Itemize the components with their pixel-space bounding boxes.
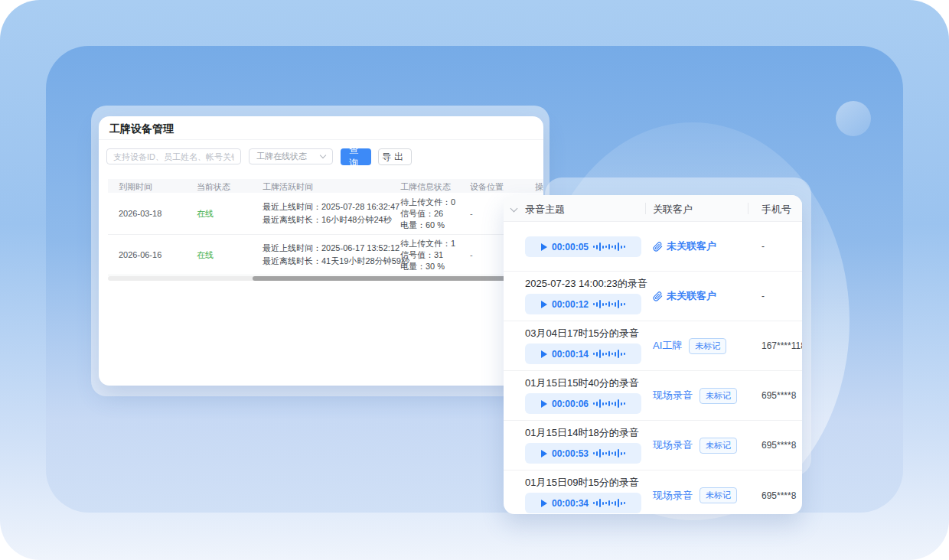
recording-row: 2025-07-23 14:00:23的录音 00:00:12 未关联客户 - bbox=[504, 272, 802, 321]
battery-value: 电量：30 % bbox=[400, 262, 445, 271]
decorative-circle bbox=[836, 101, 871, 136]
query-button[interactable]: 查询 bbox=[341, 148, 371, 165]
info-status-cell: 待上传文件：1 信号值：31 电量：30 % bbox=[400, 238, 455, 272]
audio-duration: 00:00:12 bbox=[552, 299, 589, 310]
col-location: 设备位置 bbox=[470, 181, 504, 193]
recording-row: 01月15日09时15分的录音 00:00:34 现场录音 未标记 695***… bbox=[504, 470, 802, 514]
horizontal-scrollbar-track[interactable] bbox=[108, 276, 543, 281]
waveform-icon bbox=[593, 243, 625, 251]
customer-source-link[interactable]: 现场录音 bbox=[653, 489, 693, 503]
panel-header: 工牌设备管理 bbox=[99, 116, 543, 140]
customer-source-link[interactable]: 现场录音 bbox=[653, 389, 693, 402]
customer-cell: 未关联客户 bbox=[653, 272, 716, 321]
audio-duration: 00:00:14 bbox=[552, 349, 589, 360]
waveform-icon bbox=[593, 499, 625, 507]
last-offline-duration: 最近离线时长：16小时48分钟24秒 bbox=[263, 215, 392, 224]
customer-source-link[interactable]: 现场录音 bbox=[653, 438, 693, 452]
customer-cell: 现场录音 未标记 bbox=[653, 470, 737, 514]
untagged-badge: 未标记 bbox=[700, 438, 737, 454]
column-divider bbox=[645, 203, 646, 214]
table-header-row: 到期时间 当前状态 工牌活跃时间 工牌信息状态 设备位置 操作 bbox=[108, 179, 543, 193]
recording-row: 00:00:05 未关联客户 - bbox=[504, 222, 802, 272]
recordings-panel: 录音主题 关联客户 手机号 00:00:05 未关联客户 - 2025-07- bbox=[504, 195, 802, 514]
untagged-badge: 未标记 bbox=[700, 487, 737, 503]
recording-row: 03月04日17时15分的录音 00:00:14 AI工牌 未标记 167***… bbox=[504, 321, 802, 371]
customer-cell: 未关联客户 bbox=[653, 222, 716, 271]
col-phone-number: 手机号 bbox=[761, 203, 791, 217]
paperclip-link-icon bbox=[653, 291, 663, 301]
paperclip-link-icon bbox=[653, 242, 663, 252]
recordings-header-row: 录音主题 关联客户 手机号 bbox=[504, 195, 802, 222]
chevron-down-icon bbox=[320, 152, 326, 158]
audio-play-button[interactable]: 00:00:14 bbox=[525, 343, 641, 364]
customer-cell: 现场录音 未标记 bbox=[653, 421, 737, 470]
chevron-down-icon[interactable] bbox=[510, 205, 518, 213]
signal-value: 信号值：31 bbox=[400, 250, 443, 259]
audio-play-button[interactable]: 00:00:53 bbox=[525, 443, 641, 464]
device-table: 到期时间 当前状态 工牌活跃时间 工牌信息状态 设备位置 操作 2026-03-… bbox=[108, 179, 543, 359]
status-filter-select[interactable]: 工牌在线状态 bbox=[249, 148, 333, 164]
play-icon bbox=[541, 243, 547, 251]
table-row: 2026-03-18 在线 最近上线时间：2025-07-28 16:32:47… bbox=[108, 193, 543, 235]
last-online-time: 最近上线时间：2025-06-17 13:52:12 bbox=[263, 243, 399, 252]
recording-row: 01月15日15时40分的录音 00:00:06 现场录音 未标记 695***… bbox=[504, 371, 802, 421]
signal-value: 信号值：26 bbox=[400, 209, 443, 218]
col-recording-subject: 录音主题 bbox=[525, 203, 565, 217]
col-active-time: 工牌活跃时间 bbox=[263, 181, 313, 193]
column-divider bbox=[748, 203, 748, 214]
col-current-status: 当前状态 bbox=[197, 181, 230, 193]
recording-title: 03月04日17时15分的录音 bbox=[525, 327, 639, 340]
recording-title: 01月15日09时15分的录音 bbox=[525, 476, 639, 490]
pending-files: 待上传文件：1 bbox=[400, 239, 455, 248]
last-offline-duration: 最近离线时长：41天19小时28分钟59秒 bbox=[263, 256, 409, 265]
recording-title: 01月15日15时40分的录音 bbox=[525, 376, 639, 390]
phone-cell: - bbox=[761, 272, 802, 321]
audio-duration: 00:00:06 bbox=[552, 399, 589, 409]
col-related-customer: 关联客户 bbox=[653, 203, 693, 217]
audio-play-button[interactable]: 00:00:12 bbox=[525, 294, 641, 314]
status-badge: 在线 bbox=[197, 208, 214, 220]
recording-title: 01月15日14时18分的录音 bbox=[525, 426, 639, 440]
battery-value: 电量：60 % bbox=[400, 220, 445, 230]
search-input[interactable] bbox=[106, 148, 241, 164]
play-icon bbox=[541, 301, 547, 308]
play-icon bbox=[541, 350, 547, 358]
export-button[interactable]: 导出 bbox=[378, 148, 412, 165]
recording-title: 2025-07-23 14:00:23的录音 bbox=[525, 277, 647, 291]
audio-play-button[interactable]: 00:00:34 bbox=[525, 493, 641, 513]
phone-cell: - bbox=[761, 222, 802, 271]
recording-row: 01月15日14时18分的录音 00:00:53 现场录音 未标记 695***… bbox=[504, 421, 802, 470]
filter-toolbar: 工牌在线状态 查询 导出 bbox=[99, 148, 543, 165]
waveform-icon bbox=[593, 350, 625, 358]
horizontal-scrollbar-thumb[interactable] bbox=[253, 276, 513, 281]
app-canvas: 工牌设备管理 工牌在线状态 查询 导出 到期时间 当前状态 工牌活跃时间 工牌信… bbox=[0, 0, 949, 560]
play-icon bbox=[541, 450, 547, 457]
last-online-time: 最近上线时间：2025-07-28 16:32:47 bbox=[263, 202, 399, 211]
table-row: 2026-06-16 在线 最近上线时间：2025-06-17 13:52:12… bbox=[108, 235, 543, 275]
untagged-badge: 未标记 bbox=[700, 388, 737, 404]
pending-files: 待上传文件：0 bbox=[400, 197, 455, 207]
audio-play-button[interactable]: 00:00:05 bbox=[525, 236, 641, 257]
col-actions: 操作 bbox=[535, 181, 543, 193]
audio-play-button[interactable]: 00:00:06 bbox=[525, 393, 641, 414]
col-info-status: 工牌信息状态 bbox=[400, 181, 451, 193]
active-time-cell: 最近上线时间：2025-07-28 16:32:47 最近离线时长：16小时48… bbox=[263, 200, 399, 226]
active-time-cell: 最近上线时间：2025-06-17 13:52:12 最近离线时长：41天19小… bbox=[263, 242, 409, 268]
expire-date: 2026-03-18 bbox=[119, 209, 161, 218]
phone-cell: 695****8 bbox=[761, 371, 802, 420]
customer-cell: AI工牌 未标记 bbox=[653, 321, 726, 370]
status-filter-value: 工牌在线状态 bbox=[256, 151, 307, 162]
location-cell: - bbox=[470, 250, 473, 259]
waveform-icon bbox=[593, 399, 625, 408]
untagged-badge: 未标记 bbox=[689, 338, 726, 354]
customer-source-link[interactable]: AI工牌 bbox=[653, 339, 682, 353]
unlinked-customer-link[interactable]: 未关联客户 bbox=[667, 289, 716, 303]
play-icon bbox=[541, 500, 547, 507]
waveform-icon bbox=[593, 300, 625, 308]
waveform-icon bbox=[593, 449, 625, 457]
location-cell: - bbox=[470, 209, 473, 218]
phone-cell: 695****8 bbox=[761, 470, 802, 514]
col-expire-date: 到期时间 bbox=[119, 181, 152, 193]
unlinked-customer-link[interactable]: 未关联客户 bbox=[667, 239, 716, 253]
customer-cell: 现场录音 未标记 bbox=[653, 371, 737, 420]
